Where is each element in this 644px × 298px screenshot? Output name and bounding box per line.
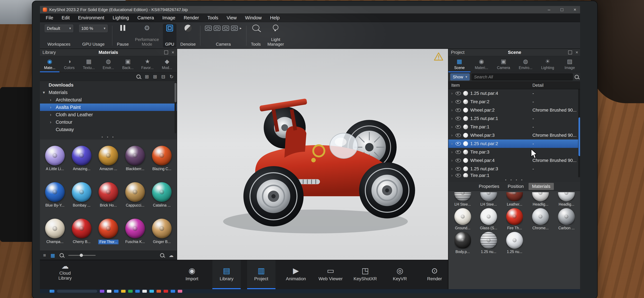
taskbar-icon[interactable] bbox=[164, 290, 168, 293]
material-thumb[interactable]: Glass (S... bbox=[476, 207, 502, 231]
tab-models[interactable]: ◆ Mod... bbox=[157, 56, 177, 72]
scene-tree-row[interactable]: › Wheel.par:3 Chrome Brushed 90... bbox=[448, 131, 580, 139]
library-tree-item[interactable]: › Cloth and Leather bbox=[40, 111, 177, 118]
visibility-eye-icon[interactable] bbox=[456, 100, 461, 103]
scene-tree-row[interactable]: › Wheel.par:4 Chrome Brushed 90... bbox=[448, 156, 580, 165]
material-thumb[interactable]: Blackberr... bbox=[122, 145, 148, 172]
expand-arrow-icon[interactable]: › bbox=[50, 112, 56, 117]
material-thumb[interactable]: Ginger B... bbox=[148, 218, 175, 245]
scene-tree-row[interactable]: › 1.25 nut.par:2 - bbox=[448, 139, 580, 148]
taskbar-icon[interactable] bbox=[178, 290, 182, 293]
visibility-eye-icon[interactable] bbox=[456, 142, 461, 145]
taskbar-icon[interactable] bbox=[171, 290, 175, 293]
expand-arrow-icon[interactable]: › bbox=[448, 133, 456, 137]
chevron-right-icon[interactable]: ▸ bbox=[240, 26, 242, 30]
library-tree-item[interactable]: Cutaway bbox=[40, 126, 177, 133]
taskbar-icon[interactable] bbox=[135, 290, 140, 293]
tab-backplates[interactable]: ▣ Back... bbox=[118, 56, 138, 72]
library-tree-item[interactable]: › Axalta Paint bbox=[40, 103, 177, 111]
ribbon-web-viewer[interactable]: ▭ Web Viewer bbox=[316, 260, 345, 289]
camera-presets-group[interactable]: ▸ Camera bbox=[203, 24, 244, 48]
tab-colors[interactable]: ◑ Colors bbox=[60, 56, 79, 72]
taskbar-icon[interactable] bbox=[150, 290, 154, 293]
material-thumb[interactable]: Champa... bbox=[42, 218, 68, 245]
expand-arrow-icon[interactable]: › bbox=[50, 97, 56, 102]
visibility-eye-icon[interactable] bbox=[456, 117, 461, 120]
tab-properties[interactable]: Properties bbox=[475, 183, 503, 190]
tab-material[interactable]: ◉ Materi... bbox=[470, 56, 492, 72]
taskbar-icon[interactable] bbox=[142, 290, 147, 293]
expand-arrow-icon[interactable]: › bbox=[448, 91, 456, 96]
ribbon-keyvr[interactable]: ◎ KeyVR bbox=[386, 260, 414, 289]
expand-arrow-icon[interactable]: › bbox=[448, 150, 456, 154]
material-thumb[interactable]: Amazing... bbox=[68, 145, 95, 172]
taskbar-icon[interactable] bbox=[100, 290, 104, 293]
tab-materials[interactable]: ◉ Mate... bbox=[40, 56, 60, 72]
tab-image[interactable]: ▨ Image bbox=[559, 56, 580, 72]
scene-tree-row[interactable]: › 1.25 nut.par:1 - bbox=[448, 114, 580, 123]
scene-tree-row[interactable]: › 1.25 nut.par:3 - bbox=[448, 165, 580, 173]
expand-arrow-icon[interactable]: › bbox=[448, 99, 456, 104]
taskbar-icon[interactable] bbox=[128, 290, 133, 293]
library-tree-item[interactable]: Downloads bbox=[40, 81, 177, 89]
expand-arrow-icon[interactable]: › bbox=[448, 125, 456, 129]
library-tree-item[interactable]: ▾ Materials bbox=[40, 89, 177, 96]
ribbon-render[interactable]: ⊙ Render bbox=[420, 260, 449, 289]
refresh-icon[interactable]: ↻ bbox=[170, 74, 174, 79]
list-view-icon[interactable]: ≡ bbox=[43, 252, 46, 258]
tab-scene[interactable]: ▦ Scene bbox=[448, 56, 470, 72]
scene-tree-row[interactable]: › Tire.par:1 - bbox=[448, 123, 580, 131]
expand-arrow-icon[interactable]: › bbox=[448, 173, 456, 177]
material-thumb[interactable]: Body.p... bbox=[450, 231, 476, 254]
material-thumb[interactable]: Cherry B... bbox=[68, 218, 95, 245]
visibility-eye-icon[interactable] bbox=[456, 108, 461, 112]
scene-tree-row[interactable]: › 1.25 nut.par:4 - bbox=[448, 89, 580, 98]
menu-item[interactable]: Edit bbox=[58, 14, 74, 22]
close-panel-icon[interactable]: × bbox=[172, 50, 174, 55]
material-thumb[interactable]: Blazing C... bbox=[148, 145, 175, 172]
tools-button[interactable]: Tools bbox=[249, 24, 263, 48]
expand-arrow-icon[interactable]: › bbox=[448, 108, 456, 112]
material-thumb[interactable]: Fuschia K... bbox=[122, 218, 148, 245]
tab-position[interactable]: Position bbox=[504, 183, 527, 190]
expand-arrow-icon[interactable]: ▾ bbox=[43, 90, 48, 95]
tab-camera[interactable]: ▣ Camera bbox=[492, 56, 514, 72]
material-thumb[interactable]: Amazon ... bbox=[95, 145, 122, 172]
material-thumb[interactable]: 1.25 nu... bbox=[476, 231, 502, 254]
visibility-eye-icon[interactable] bbox=[456, 125, 461, 129]
search-icon[interactable] bbox=[574, 75, 579, 79]
visibility-eye-icon[interactable] bbox=[456, 174, 461, 177]
material-thumb[interactable]: Catalina ... bbox=[148, 181, 175, 209]
grid-view-icon[interactable]: ▦ bbox=[50, 252, 55, 258]
taskbar-icon[interactable] bbox=[114, 290, 118, 293]
light-manager-button[interactable]: Light Manager bbox=[264, 24, 287, 48]
denoise-button[interactable]: Denoise bbox=[178, 24, 198, 48]
add-folder-icon[interactable]: ⊞ bbox=[153, 74, 157, 79]
expand-arrow-icon[interactable]: › bbox=[50, 120, 56, 125]
tab-lighting[interactable]: ☀ Lighting bbox=[536, 56, 559, 72]
menu-item[interactable]: Image bbox=[158, 14, 180, 22]
menu-item[interactable]: Camera bbox=[133, 14, 158, 22]
library-tree-item[interactable]: › Architectural bbox=[40, 96, 177, 103]
visibility-eye-icon[interactable] bbox=[456, 133, 461, 137]
expand-arrow-icon[interactable]: › bbox=[448, 158, 456, 163]
visibility-eye-icon[interactable] bbox=[456, 92, 461, 95]
material-thumb[interactable]: Ground... bbox=[450, 207, 476, 231]
render-viewport[interactable] bbox=[177, 49, 448, 260]
tab-materials-bottom[interactable]: Materials bbox=[528, 183, 554, 190]
expand-arrow-icon[interactable]: › bbox=[50, 105, 56, 110]
material-thumb[interactable]: LH Stee... bbox=[450, 191, 476, 207]
show-dropdown[interactable]: Show ▾ bbox=[450, 73, 470, 80]
visibility-eye-icon[interactable] bbox=[456, 150, 461, 154]
expand-arrow-icon[interactable]: › bbox=[448, 167, 456, 171]
menu-item[interactable]: Render bbox=[180, 14, 203, 22]
taskbar-search[interactable] bbox=[57, 290, 97, 293]
expand-arrow-icon[interactable]: › bbox=[448, 116, 456, 121]
material-thumb[interactable]: A Little Li... bbox=[42, 145, 68, 172]
scrollbar[interactable] bbox=[174, 82, 176, 133]
gpu-usage-dropdown[interactable]: 100 % ▾ bbox=[79, 25, 108, 32]
add-folder-icon[interactable]: ⊞ bbox=[145, 74, 149, 79]
material-thumb[interactable]: Blue By-Y... bbox=[42, 181, 68, 209]
windows-taskbar[interactable] bbox=[40, 289, 580, 293]
tab-environments[interactable]: ◍ Envir... bbox=[98, 56, 118, 72]
